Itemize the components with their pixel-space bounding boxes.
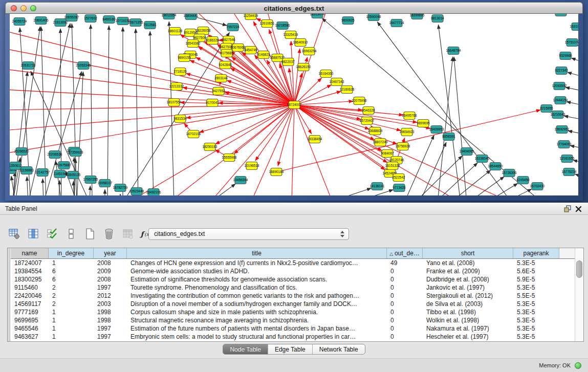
network-node[interactable]: 14136141 bbox=[370, 183, 385, 190]
cell-pagerank[interactable]: 5.5E-5 bbox=[513, 292, 559, 300]
network-node[interactable]: 16151328 bbox=[385, 162, 400, 170]
network-node[interactable]: 15555988 bbox=[222, 154, 237, 162]
network-node[interactable]: 20531733 bbox=[21, 62, 36, 70]
network-node[interactable]: 8813014 bbox=[431, 15, 444, 23]
network-node[interactable]: 25266520 bbox=[14, 148, 29, 156]
network-node[interactable]: 18626150 bbox=[296, 63, 311, 71]
network-edge[interactable] bbox=[10, 49, 294, 105]
memory-status-icon[interactable] bbox=[575, 362, 581, 369]
cell-in_degree[interactable]: 6 bbox=[49, 267, 94, 275]
column-header-in_degree[interactable]: in_degree bbox=[49, 248, 94, 258]
network-node[interactable]: 18226058 bbox=[196, 27, 211, 35]
column-visibility-icon[interactable] bbox=[26, 227, 40, 241]
network-node[interactable]: 18724007 bbox=[287, 101, 302, 109]
network-node[interactable]: 7957224 bbox=[226, 24, 239, 31]
network-node[interactable]: 18601128 bbox=[168, 28, 183, 35]
network-edge[interactable] bbox=[575, 174, 578, 177]
network-node[interactable]: 16671355 bbox=[128, 19, 143, 27]
network-node[interactable]: 17764093 bbox=[557, 141, 572, 148]
cell-out_de[interactable]: 0 bbox=[387, 316, 423, 324]
network-node[interactable]: 16409953 bbox=[429, 126, 444, 134]
network-node[interactable]: 17957255 bbox=[83, 176, 98, 184]
network-node[interactable]: 9827546 bbox=[222, 36, 235, 44]
network-node[interactable]: 16164360 bbox=[319, 70, 334, 78]
cell-short[interactable]: Wolkin et al. (1998) bbox=[423, 316, 513, 324]
network-node[interactable]: 12160628 bbox=[340, 86, 355, 94]
cell-short[interactable]: Jankovic et al. (1997) bbox=[423, 283, 513, 292]
network-node[interactable]: 19756928 bbox=[396, 143, 410, 150]
cell-short[interactable]: Stergiakouli et al. (2012) bbox=[423, 292, 513, 300]
cell-pagerank[interactable]: 5.3E-5 bbox=[513, 308, 559, 316]
network-node[interactable]: 12610651 bbox=[260, 20, 275, 28]
network-node[interactable]: 9242848 bbox=[219, 61, 232, 69]
table-row[interactable]: 1830029562008Estimation of significance … bbox=[11, 275, 575, 283]
network-node[interactable]: 9713426 bbox=[393, 184, 406, 192]
cell-title[interactable]: Genome-wide association studies in ADHD. bbox=[127, 267, 387, 275]
delete-table-icon[interactable] bbox=[102, 227, 116, 241]
network-node[interactable]: 13325419 bbox=[284, 31, 298, 39]
window-titlebar[interactable]: citations_edges.txt bbox=[5, 2, 583, 14]
cell-in_degree[interactable]: 2 bbox=[49, 292, 94, 300]
network-node[interactable]: 9600925 bbox=[341, 17, 355, 25]
network-edge[interactable] bbox=[564, 116, 578, 120]
network-node[interactable]: 9329966 bbox=[559, 52, 572, 60]
network-node[interactable]: 10196518 bbox=[245, 162, 259, 170]
cell-title[interactable]: Structural magnetic resonance image aver… bbox=[127, 316, 387, 324]
cell-pagerank[interactable]: 5.3E-5 bbox=[513, 333, 559, 341]
table-row[interactable]: 946554611997Estimation of the future num… bbox=[11, 324, 575, 333]
cell-title[interactable]: Estimation of significance thresholds fo… bbox=[127, 275, 387, 283]
network-node[interactable]: 7512581 bbox=[143, 21, 157, 29]
network-node[interactable]: 14702106 bbox=[186, 130, 201, 138]
vertical-scrollbar[interactable] bbox=[575, 248, 583, 341]
cell-year[interactable]: 2008 bbox=[94, 275, 127, 283]
network-edge[interactable] bbox=[183, 87, 294, 105]
network-node[interactable]: 18399895 bbox=[410, 14, 425, 19]
cell-short[interactable]: Franke et al. (2009) bbox=[423, 267, 513, 275]
cell-in_degree[interactable]: 1 bbox=[49, 333, 94, 341]
network-node[interactable]: 15751074 bbox=[565, 39, 578, 47]
cell-year[interactable]: 1997 bbox=[94, 324, 127, 333]
cell-title[interactable]: Estimation of the future numbers of pati… bbox=[127, 324, 387, 333]
network-node[interactable]: 2718120 bbox=[173, 68, 187, 76]
table-row[interactable]: 969969511998Structural magnetic resonanc… bbox=[11, 316, 575, 324]
network-edge[interactable] bbox=[210, 184, 235, 195]
network-edge[interactable] bbox=[90, 186, 90, 195]
network-node[interactable]: 9899695 bbox=[417, 120, 430, 127]
network-edge[interactable] bbox=[294, 14, 328, 105]
network-node[interactable]: 16648784 bbox=[446, 47, 461, 55]
network-node[interactable]: 16890184 bbox=[269, 168, 284, 176]
network-node[interactable]: 20691406 bbox=[34, 17, 49, 25]
network-edge[interactable] bbox=[570, 145, 578, 148]
column-header-short[interactable]: short bbox=[423, 248, 513, 258]
float-panel-icon[interactable] bbox=[564, 205, 572, 214]
network-node[interactable]: 11156883 bbox=[19, 167, 34, 174]
network-node[interactable]: 19459394 bbox=[233, 177, 248, 184]
cell-short[interactable]: Tibbo et al. (1998) bbox=[423, 308, 513, 316]
cell-title[interactable]: Tourette syndrome. Phenomenology and cla… bbox=[127, 283, 387, 292]
network-node[interactable]: 9175685 bbox=[220, 50, 233, 57]
cell-short[interactable]: Dudbridge et al. (2008) bbox=[423, 275, 513, 283]
network-node[interactable]: 10590098 bbox=[366, 14, 381, 21]
cell-out_de[interactable]: 0 bbox=[387, 283, 423, 292]
network-node[interactable]: 18250183 bbox=[203, 143, 217, 151]
network-node[interactable]: 18544650 bbox=[488, 163, 503, 170]
network-edge[interactable] bbox=[565, 87, 578, 91]
network-node[interactable]: 16958107 bbox=[98, 180, 113, 187]
cell-short[interactable]: Hescheler et al. (1997) bbox=[423, 333, 513, 341]
cell-pagerank[interactable]: 5.3E-5 bbox=[513, 316, 559, 324]
network-node[interactable]: 12444154 bbox=[553, 97, 568, 104]
network-edge[interactable] bbox=[10, 31, 294, 105]
network-node[interactable]: 8858391 bbox=[442, 133, 455, 141]
cell-year[interactable]: 1997 bbox=[94, 283, 127, 292]
cell-name[interactable]: 18724007 bbox=[11, 259, 49, 267]
network-node[interactable]: 15692951 bbox=[555, 126, 570, 134]
cell-pagerank[interactable]: 5.3E-5 bbox=[513, 259, 559, 267]
column-header-title[interactable]: title bbox=[127, 248, 387, 258]
network-node[interactable]: 19218586 bbox=[275, 22, 290, 30]
cell-out_de[interactable]: 0 bbox=[387, 292, 423, 300]
table-row[interactable]: 977716911998Corpus callosum shape and si… bbox=[11, 308, 575, 316]
network-edge[interactable] bbox=[294, 101, 353, 105]
column-header-out_de[interactable]: △out_de… bbox=[387, 248, 423, 258]
network-node[interactable]: 16804441 bbox=[184, 14, 199, 20]
network-node[interactable]: 16336040 bbox=[475, 155, 490, 163]
